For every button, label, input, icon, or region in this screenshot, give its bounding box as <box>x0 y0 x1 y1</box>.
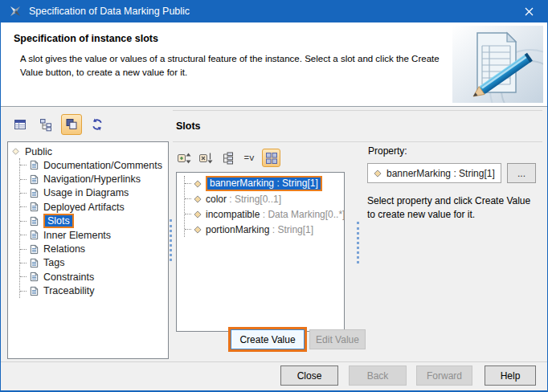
tree-connector <box>20 221 27 222</box>
document-icon <box>29 202 39 212</box>
delete-value-icon[interactable] <box>196 149 215 167</box>
slot-diamond-icon <box>194 180 202 188</box>
slot-diamond-icon <box>194 210 202 218</box>
panel-divider-under-title <box>173 141 542 142</box>
tree-connector <box>20 249 27 250</box>
tree-item-label: Tags <box>43 257 64 268</box>
tree-item-label: Usage in Diagrams <box>43 187 129 198</box>
right-splitter-handle[interactable] <box>357 222 359 263</box>
footer-separator <box>1 361 548 362</box>
title-bar[interactable]: Specification of Data Marking Public <box>1 0 547 22</box>
slots-list-children: bannerMarking : String[1] color : String… <box>184 176 344 237</box>
tree-root-public[interactable]: Public <box>8 145 168 158</box>
tree-item-traceability[interactable]: Traceability <box>20 284 168 298</box>
slot-name: portionMarking <box>206 224 269 235</box>
slot-name: bannerMarking <box>210 178 274 190</box>
grid-view-icon[interactable] <box>262 149 280 167</box>
header-banner: Specification of instance slots A slot g… <box>1 22 547 107</box>
slot-type: : String[0..1] <box>227 194 281 205</box>
slot-item-bannermarking[interactable]: bannerMarking : String[1] <box>185 176 344 191</box>
tree-item-deployed-artifacts[interactable]: Deployed Artifacts <box>20 200 168 214</box>
property-value: bannerMarking : String[1] <box>386 168 495 179</box>
slot-diamond-icon <box>194 226 202 234</box>
document-icon <box>29 216 39 227</box>
forward-button: Forward <box>416 365 472 386</box>
tree-connector <box>185 183 191 184</box>
tree-item-navigation-hyperlinks[interactable]: Navigation/Hyperlinks <box>20 172 168 186</box>
property-hint-line1: Select property and click Create Value <box>367 194 530 208</box>
document-icon <box>29 272 39 282</box>
help-button[interactable]: Help <box>485 365 536 386</box>
banner-title: Specification of instance slots <box>14 33 158 44</box>
document-pencil-illustration <box>452 26 543 103</box>
tree-connector <box>20 165 27 165</box>
tree-item-label: Deployed Artifacts <box>43 202 125 213</box>
containment-mode-icon[interactable] <box>61 114 82 135</box>
close-icon[interactable] <box>510 0 547 22</box>
banner-description: A slot gives the value or values of a st… <box>20 52 440 80</box>
tree-item-label: Traceability <box>43 285 94 296</box>
document-icon <box>29 286 39 296</box>
slot-type: : String[1] <box>274 178 318 190</box>
property-hint: Select property and click Create Value t… <box>367 194 530 221</box>
tree-connector <box>185 214 191 214</box>
document-icon <box>29 174 39 185</box>
specification-tree[interactable]: Public Documentation/Comments Navigation… <box>7 141 169 359</box>
refresh-icon[interactable] <box>87 114 108 135</box>
create-value-button[interactable]: Create Value <box>231 329 305 349</box>
tree-item-tags[interactable]: Tags <box>20 256 168 270</box>
slot-diamond-icon <box>374 169 382 178</box>
tree-connector <box>20 179 27 180</box>
slots-panel-title: Slots <box>176 120 201 132</box>
tree-item-label: Inner Elements <box>43 230 111 241</box>
document-icon <box>29 160 39 170</box>
browse-property-button[interactable]: ... <box>507 163 536 183</box>
document-icon <box>29 230 39 240</box>
tree-connector <box>20 263 27 263</box>
slot-item-incompatible[interactable]: incompatible : Data Marking[0..*] <box>185 206 344 222</box>
slot-type: : String[1] <box>269 224 313 235</box>
create-value-icon[interactable] <box>174 149 193 167</box>
tree-connector <box>20 206 27 207</box>
slot-item-portionmarking[interactable]: portionMarking : String[1] <box>185 222 344 237</box>
slot-item-color[interactable]: color : String[0..1] <box>185 191 344 206</box>
edit-value-button: Edit Value <box>309 329 366 349</box>
property-label: Property: <box>368 145 407 157</box>
tree-item-constraints[interactable]: Constraints <box>20 270 168 284</box>
tree-connector <box>20 193 27 194</box>
back-button: Back <box>349 365 407 386</box>
panel-divider-top <box>173 110 542 111</box>
magicdraw-app-icon <box>9 5 22 18</box>
close-dialog-button[interactable]: Close <box>280 365 338 386</box>
tree-item-label: Constraints <box>43 272 94 283</box>
slot-name: color <box>206 194 227 205</box>
tree-connector <box>185 198 191 199</box>
properties-table-icon[interactable] <box>10 114 31 135</box>
tree-item-inner-elements[interactable]: Inner Elements <box>20 228 168 242</box>
left-splitter-handle[interactable] <box>170 219 172 261</box>
tree-children: Documentation/Comments Navigation/Hyperl… <box>19 158 168 298</box>
tree-root-label: Public <box>25 146 52 157</box>
tree-item-slots[interactable]: Slots <box>20 214 168 228</box>
tree-item-label-selected: Slots <box>43 214 74 228</box>
property-hint-line2: to create new value for it. <box>367 208 530 222</box>
slots-list[interactable]: bannerMarking : String[1] color : String… <box>176 172 345 332</box>
banner-description-line2: Value button, to create a new value for … <box>20 66 440 80</box>
tree-connector <box>185 229 191 230</box>
show-default-values-icon[interactable]: =v <box>239 149 259 167</box>
tree-connector <box>20 276 27 277</box>
slots-toolbar: =v <box>174 149 280 167</box>
tree-item-label: Documentation/Comments <box>43 160 162 171</box>
tree-structure-icon[interactable] <box>35 114 56 135</box>
tree-item-documentation-comments[interactable]: Documentation/Comments <box>20 158 168 172</box>
slot-type: : Data Marking[0..*] <box>260 209 345 220</box>
tree-item-usage-in-diagrams[interactable]: Usage in Diagrams <box>20 186 168 200</box>
document-icon <box>29 188 39 198</box>
specification-dialog: Specification of Data Marking Public Spe… <box>0 0 548 392</box>
slot-name: incompatible <box>206 209 260 220</box>
tree-item-relations[interactable]: Relations <box>20 242 168 255</box>
tree-connector <box>20 291 27 292</box>
group-by-hierarchy-icon[interactable] <box>218 149 236 167</box>
tree-item-label: Navigation/Hyperlinks <box>43 174 141 185</box>
tree-item-label: Relations <box>43 243 85 255</box>
